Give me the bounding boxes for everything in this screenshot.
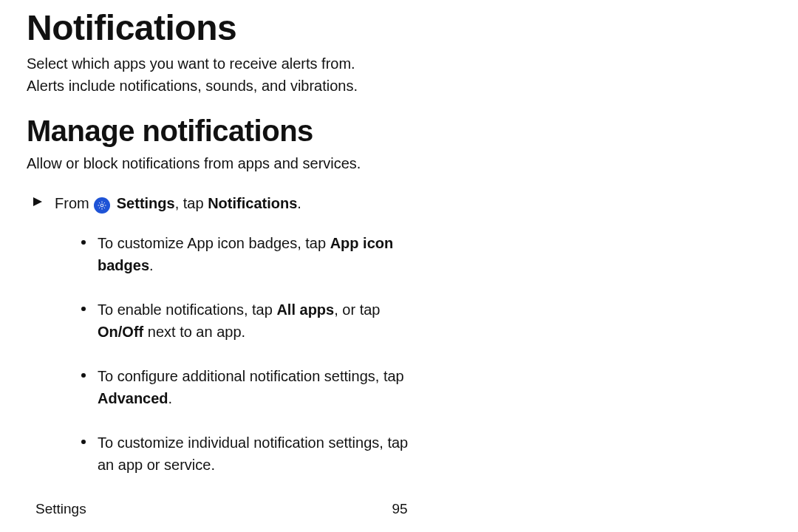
bullet-text: . xyxy=(149,257,154,273)
section-title: Manage notifications xyxy=(27,115,764,148)
bullet-text: . xyxy=(168,390,173,406)
bullet-text: To configure additional notification set… xyxy=(98,368,404,384)
list-item: To enable notifications, tap All apps, o… xyxy=(78,299,426,343)
page-footer: Settings 95 xyxy=(35,501,764,517)
step-text: From Settings, tap Notification xyxy=(55,192,439,214)
page-title: Notifications xyxy=(27,7,764,48)
svg-line-9 xyxy=(104,202,105,203)
step-middle: , tap xyxy=(175,195,208,211)
bullet-text: To customize App icon badges, tap xyxy=(98,235,330,251)
list-item: To configure additional notification set… xyxy=(78,365,426,409)
svg-marker-0 xyxy=(33,197,42,206)
svg-line-8 xyxy=(99,208,100,208)
svg-point-1 xyxy=(100,204,103,207)
notifications-label: Notifications xyxy=(208,195,297,211)
step-prefix: From xyxy=(55,195,93,211)
settings-gear-icon xyxy=(94,197,110,214)
bullet-text: next to an app. xyxy=(143,324,245,340)
bullet-text: To customize individual notification set… xyxy=(98,434,408,473)
bullet-text: To enable notifications, tap xyxy=(98,301,276,318)
play-arrow-icon xyxy=(33,197,43,207)
bullet-text: , or tap xyxy=(334,301,380,318)
footer-page-number: 95 xyxy=(392,501,407,517)
intro-text-2: Allow or block notifications from apps a… xyxy=(27,152,426,174)
sub-bullet-list: To customize App icon badges, tap App ic… xyxy=(78,232,426,476)
manual-page: Notifications Select which apps you want… xyxy=(0,0,798,532)
list-item: To customize App icon badges, tap App ic… xyxy=(78,232,426,276)
step-row: From Settings, tap Notification xyxy=(27,192,764,214)
footer-section-label: Settings xyxy=(35,501,86,517)
intro-text-1-line-2: Alerts include notifications, sounds, an… xyxy=(27,75,426,97)
settings-label: Settings xyxy=(117,195,175,211)
step-suffix: . xyxy=(297,195,301,211)
list-item: To customize individual notification set… xyxy=(78,432,426,476)
bullet-bold: All apps xyxy=(276,301,334,318)
intro-text-1-line-1: Select which apps you want to receive al… xyxy=(27,52,426,75)
bullet-bold: Advanced xyxy=(98,390,168,406)
svg-line-7 xyxy=(104,208,105,208)
svg-line-6 xyxy=(99,202,100,203)
bullet-bold: On/Off xyxy=(98,324,143,340)
